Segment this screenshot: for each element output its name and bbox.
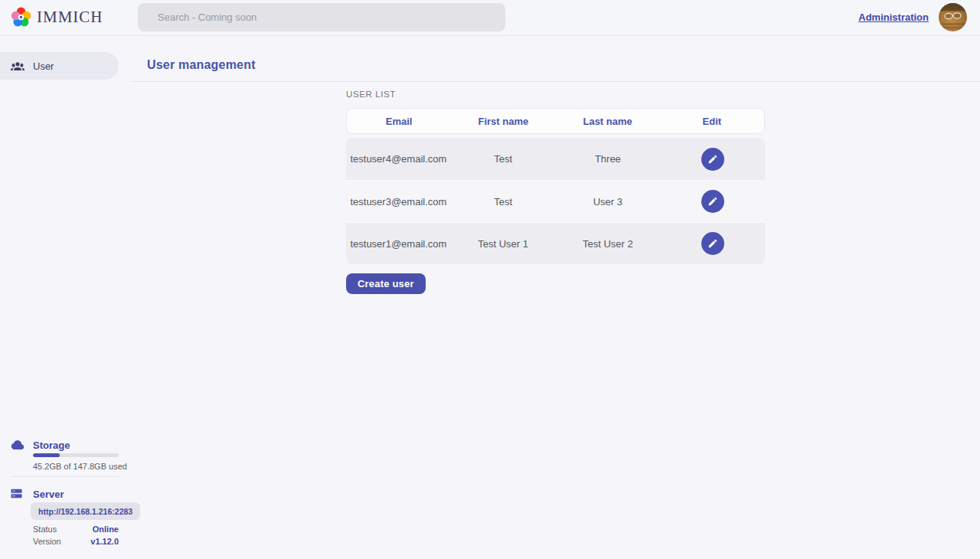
column-header-edit: Edit [660, 116, 764, 127]
cell-last-name: Three [556, 153, 661, 165]
create-user-button[interactable]: Create user [346, 273, 426, 294]
cell-first-name: Test [451, 153, 556, 165]
footer-divider [11, 476, 119, 477]
table-row: testuser1@email.com Test User 1 Test Use… [346, 222, 765, 264]
version-label: Version [33, 537, 61, 546]
top-navbar: IMMICH Administration [0, 0, 980, 36]
status-value: Online [93, 525, 119, 534]
sidebar-item-label: User [33, 60, 54, 72]
table-row: testuser3@email.com Test User 3 [346, 180, 765, 222]
server-url-chip: http://192.168.1.216:2283 [31, 502, 140, 520]
status-label: Status [33, 525, 57, 534]
cell-email: testuser1@email.com [346, 238, 451, 250]
brand-name: IMMICH [37, 8, 103, 27]
cell-last-name: Test User 2 [556, 238, 661, 250]
cell-email: testuser4@email.com [346, 153, 451, 165]
user-list-label: USER LIST [346, 90, 396, 99]
version-value: v1.12.0 [90, 537, 119, 546]
page-title: User management [147, 58, 256, 72]
column-header-last-name: Last name [556, 116, 660, 127]
storage-title: Storage [33, 440, 70, 451]
table-row: testuser4@email.com Test Three [346, 138, 765, 180]
edit-user-button[interactable] [701, 232, 724, 255]
pencil-icon [707, 238, 718, 249]
cell-email: testuser3@email.com [346, 196, 451, 208]
cell-first-name: Test [451, 196, 556, 208]
server-icon [10, 487, 23, 500]
storage-progress-fill [33, 453, 60, 457]
immich-admin-app: IMMICH Administration User User man [0, 0, 980, 559]
pencil-icon [707, 196, 718, 207]
user-avatar[interactable] [939, 3, 967, 31]
column-header-first-name: First name [451, 116, 555, 127]
sidebar-item-user[interactable]: User [0, 52, 119, 80]
avatar-photo [939, 3, 967, 31]
cloud-icon [9, 438, 26, 452]
cell-edit [660, 190, 765, 213]
server-version-row: Version v1.12.0 [33, 536, 119, 546]
user-table-body: testuser4@email.com Test Three testuser3… [346, 138, 765, 264]
edit-user-button[interactable] [701, 190, 724, 213]
storage-usage-text: 45.2GB of 147.8GB used [33, 462, 127, 471]
pencil-icon [707, 154, 718, 165]
user-table-header: Email First name Last name Edit [346, 108, 765, 134]
brand[interactable]: IMMICH [11, 7, 103, 28]
search-input[interactable] [138, 3, 505, 31]
immich-logo-icon [11, 7, 31, 28]
column-header-email: Email [347, 116, 451, 127]
storage-progress-bar [33, 453, 119, 457]
cell-first-name: Test User 1 [451, 238, 556, 250]
cell-edit [660, 148, 765, 171]
cell-edit [660, 232, 765, 255]
cell-last-name: User 3 [556, 196, 661, 208]
title-divider [130, 81, 980, 82]
administration-link[interactable]: Administration [858, 11, 929, 23]
server-status-row: Status Online [33, 524, 119, 534]
edit-user-button[interactable] [701, 148, 724, 171]
server-title: Server [33, 489, 64, 500]
users-icon [11, 59, 24, 73]
